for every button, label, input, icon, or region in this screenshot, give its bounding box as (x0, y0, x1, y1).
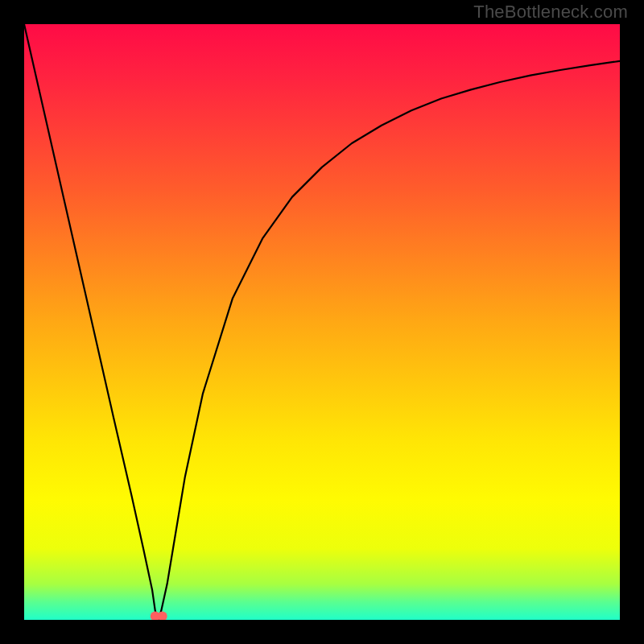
watermark-label: TheBottleneck.com (473, 2, 628, 23)
chart-frame: TheBottleneck.com (0, 0, 644, 644)
bottleneck-chart (24, 24, 620, 620)
gradient-background (24, 24, 620, 620)
plot-area (24, 24, 620, 620)
